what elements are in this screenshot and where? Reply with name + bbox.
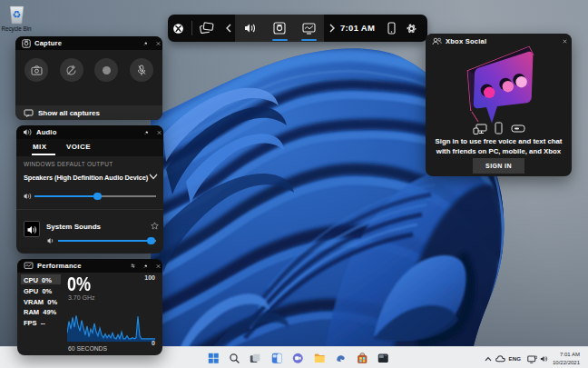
svg-text:♻: ♻ [12,9,21,20]
